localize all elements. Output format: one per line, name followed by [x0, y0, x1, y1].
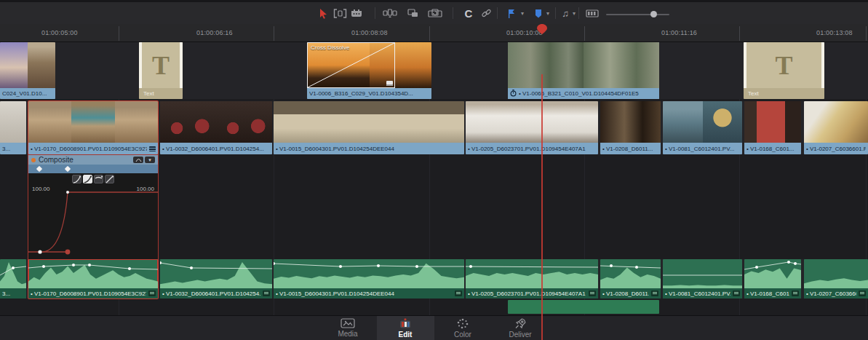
video-clip[interactable]: C024_V01.D10... [0, 42, 55, 99]
audio-clip[interactable]: • V1-0208_D6011... [600, 259, 661, 299]
tab-deliver[interactable]: Deliver [492, 316, 549, 340]
ruler-tick [119, 26, 119, 41]
video-clip[interactable]: • V1-0207_C6036601.PV01... [804, 101, 868, 154]
clip-name-label: • V1-0208_D6011... [602, 290, 649, 297]
audio-waveform [28, 259, 158, 288]
media-icon [341, 318, 355, 328]
tab-color[interactable]: Color [434, 316, 492, 340]
ruler-tick [429, 26, 430, 41]
replace-icon [428, 8, 442, 18]
audio-clip[interactable]: • V1-0032_D6006401.PV01.D104254... [160, 259, 272, 299]
curve-keyframe-dot[interactable] [66, 191, 69, 194]
audio-clip[interactable]: • V1-0207_C6036601.PV01... [804, 259, 868, 299]
linked-audio-clip-bar[interactable] [508, 300, 659, 314]
clip-name-bar: • V1-0168_C601... [744, 288, 801, 299]
video-clip[interactable]: • V1-0015_D6004301.PV01.D104254DEE044 [274, 101, 464, 154]
transition-clip[interactable]: Cross DissolveV1-0006_B316_C029_V01.D104… [307, 42, 431, 99]
clip-attribute-icon [149, 146, 156, 151]
video-clip[interactable]: • V1-0170_D6008901.PV01.D109054E3C927 [28, 101, 158, 154]
video-clip[interactable]: • V1-0032_D6006401.PV01.D104254... [160, 101, 272, 154]
title-glyph: T [152, 52, 170, 79]
clip-name-label: C024_V01.D10... [2, 90, 47, 97]
clip-name-label: • V1-0081_C6012401.PV... [665, 146, 734, 152]
composite-keyframe-panel[interactable]: Composite ▾ 100.00 100.00 [28, 154, 159, 259]
automation-keyframe-dot[interactable] [415, 265, 418, 268]
cross-dissolve-transition[interactable]: Cross Dissolve [307, 42, 395, 88]
clip-name-bar: • V1-0015_D6004301.PV01.D104254DEE044 [274, 143, 464, 154]
audio-clip[interactable]: • V1-0081_C6012401.PV... [663, 259, 742, 299]
video-clip[interactable]: • V1-0168_C601... [744, 101, 801, 154]
clip-thumbnails [663, 101, 742, 143]
automation-keyframe-dot[interactable] [635, 266, 638, 269]
tab-media-label: Media [338, 330, 357, 338]
selection-tool-button[interactable] [315, 2, 331, 24]
curve-control-dot[interactable] [65, 250, 71, 255]
tab-edit[interactable]: Edit [377, 316, 434, 340]
clip-name-label: • V1-0170_D6008901.PV01.D109054E3C927 [31, 146, 147, 152]
video-clip[interactable]: • V1-0081_C6012401.PV... [663, 101, 742, 154]
video-clip[interactable]: • V1-0205_D6023701.PV01.D109454E407A1 [466, 101, 598, 154]
insert-clip-button[interactable] [381, 2, 399, 24]
audio-waveform [466, 259, 598, 288]
playhead-pin[interactable] [537, 24, 547, 34]
automation-keyframe-dot[interactable] [787, 261, 790, 264]
clip-name-bar: C024_V01.D10... [0, 88, 55, 99]
clip-name-label: • V1-0168_C601... [746, 146, 795, 152]
audio-attribute-icon [589, 290, 596, 296]
linked-selection-button[interactable] [478, 2, 494, 24]
toolbar-divider [555, 7, 556, 19]
chain-icon [481, 8, 492, 19]
video-clip[interactable]: • V1-0065_B321_C010_V01.D104454DF01E5 [508, 42, 659, 99]
automation-keyframe-dot[interactable] [339, 265, 342, 268]
automation-keyframe-dot[interactable] [610, 264, 613, 267]
audio-clip[interactable]: • V1-0170_D6008901.PV01.D109054E3C927 [28, 259, 158, 299]
opacity-curve[interactable] [28, 155, 159, 260]
zoom-slider-handle[interactable] [650, 11, 657, 17]
ruler-tick [274, 26, 274, 41]
audio-clip[interactable]: • V1-0205_D6023701.PV01.D109454E407A1 [466, 259, 598, 299]
automation-keyframe-dot[interactable] [12, 266, 15, 269]
audio-attribute-icon [792, 290, 799, 296]
audio-clip[interactable]: 3... [0, 259, 26, 299]
audio-waveform [0, 259, 26, 288]
clip-thumbnails [508, 42, 659, 88]
trim-edit-tool-button[interactable] [332, 2, 348, 24]
flag-button[interactable] [505, 2, 518, 24]
clip-name-label: • V1-0032_D6006401.PV01.D104254... [162, 290, 260, 297]
snapping-button[interactable]: C [461, 2, 477, 24]
flag-dropdown[interactable]: ▾ [518, 2, 527, 24]
page-navbar: Media Edit Color Deliver [0, 316, 868, 340]
clip-name-label: 3... [2, 290, 10, 297]
audio-waveform [274, 259, 464, 288]
clip-name-label: 3... [2, 146, 10, 152]
zoom-slider-track[interactable] [606, 14, 669, 15]
clip-name-label: V1-0006_B316_C029_V01.D104354D... [309, 90, 413, 97]
clip-thumbnails [0, 42, 55, 88]
timeline-view-options-button[interactable] [584, 2, 600, 24]
ruler-tick [866, 26, 867, 41]
automation-keyframe-dot[interactable] [88, 264, 91, 266]
clip-name-bar: • V1-0205_D6023701.PV01.D109454E407A1 [466, 288, 598, 299]
title-clip[interactable]: TText [744, 42, 824, 99]
audio-clip[interactable]: • V1-0168_C601... [744, 259, 801, 299]
marker-dropdown[interactable]: ▾ [544, 2, 552, 24]
playhead-line[interactable] [541, 74, 543, 340]
audio-dropdown[interactable]: ▾ [570, 2, 578, 24]
clip-name-bar: 3... [0, 288, 26, 299]
video-clip[interactable]: • V1-0208_D6011... [600, 101, 661, 154]
clip-name-label: • V1-0205_D6023701.PV01.D109454E407A1 [468, 146, 586, 152]
replace-clip-button[interactable] [426, 2, 444, 24]
curve-keyframe-dot[interactable] [38, 250, 41, 253]
ruler-tick [739, 26, 740, 41]
razor-tool-button[interactable] [349, 2, 365, 24]
video-track-2: C024_V01.D10...TTextCross DissolveV1-000… [0, 42, 868, 99]
audio-clip[interactable]: • V1-0015_D6004301.PV01.D104254DEE044 [274, 259, 464, 299]
tab-media[interactable]: Media [319, 316, 377, 340]
overwrite-clip-button[interactable] [405, 2, 422, 24]
clip-name-bar: • V1-0081_C6012401.PV... [663, 288, 742, 299]
automation-keyframe-dot[interactable] [128, 267, 131, 270]
timeline-ruler[interactable]: 01:00:05:0001:00:06:1601:00:08:0801:00:1… [0, 24, 868, 42]
title-clip[interactable]: TText [139, 42, 183, 99]
clip-thumbnails [466, 101, 598, 143]
video-clip[interactable]: 3... [0, 101, 26, 154]
